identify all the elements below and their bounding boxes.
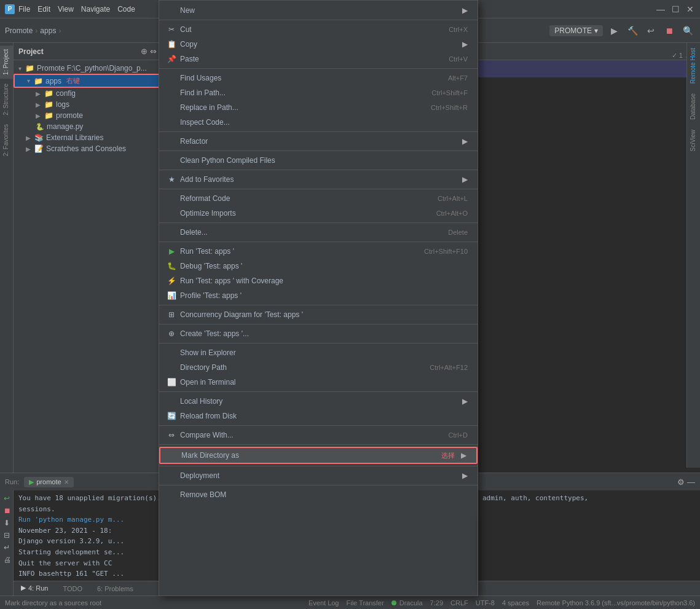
- cm-item-clean-python[interactable]: Clean Python Compiled Files: [159, 153, 478, 168]
- status-branch[interactable]: Dracula: [391, 599, 423, 607]
- sidebar-tab-database[interactable]: Database: [687, 88, 700, 125]
- cm-item-dir-path[interactable]: Directory Path Ctrl+Alt+F12: [159, 360, 478, 375]
- cm-item-concurrency[interactable]: ⊞ Concurrency Diagram for 'Test: apps ': [159, 307, 478, 322]
- status-line-col[interactable]: 7:29: [430, 599, 443, 607]
- cm-item-show-explorer[interactable]: Show in Explorer: [159, 345, 478, 360]
- cm-item-local-history[interactable]: Local History ▶: [159, 394, 478, 409]
- cm-item-paste[interactable]: 📌 Paste Ctrl+V: [159, 52, 478, 66]
- cm-item-compare[interactable]: ⇔ Compare With... Ctrl+D: [159, 428, 478, 442]
- tree-item-root[interactable]: ▾ 📁 Promote F:\C_python\Django_p...: [14, 63, 171, 74]
- status-encoding[interactable]: UTF-8: [476, 599, 495, 607]
- cm-item-debug-test[interactable]: 🐛 Debug 'Test: apps ': [159, 259, 478, 273]
- minimize-button[interactable]: —: [656, 4, 666, 14]
- cm-item-optimize[interactable]: Optimize Imports Ctrl+Alt+O: [159, 206, 478, 221]
- toolbar-right: PROMOTE ▾ ▶ 🔨 ↩ ⏹ 🔍: [549, 23, 695, 38]
- menu-navigate[interactable]: Navigate: [81, 5, 110, 14]
- tree-item-scratches[interactable]: ▶ 📝 Scratches and Consoles: [14, 143, 171, 154]
- bottom-tab-run[interactable]: ▶ 4: Run: [18, 580, 50, 597]
- run-minimize-icon[interactable]: —: [687, 477, 695, 487]
- menu-file[interactable]: File: [18, 5, 30, 14]
- cm-item-delete[interactable]: Delete... Delete: [159, 225, 478, 240]
- tree-item-promote[interactable]: ▶ 📁 promote: [14, 110, 171, 121]
- cm-item-find-usages[interactable]: Find Usages Alt+F7: [159, 71, 478, 85]
- scroll-end-icon[interactable]: ⬇: [2, 517, 10, 528]
- cm-item-copy[interactable]: 📋 Copy ▶: [159, 37, 478, 52]
- cm-item-find-path[interactable]: Find in Path... Ctrl+Shift+F: [159, 85, 478, 100]
- wrap-icon[interactable]: ↵: [2, 542, 10, 553]
- run-tab-close[interactable]: ✕: [64, 479, 69, 485]
- menu-view[interactable]: View: [58, 5, 74, 14]
- cm-item-reload[interactable]: 🔄 Reload from Disk: [159, 409, 478, 423]
- cm-item-mark-dir[interactable]: Mark Directory as 选择 ▶: [159, 447, 478, 464]
- menu-code[interactable]: Code: [117, 5, 135, 14]
- cm-item-new[interactable]: New ▶: [159, 3, 478, 18]
- status-event-log[interactable]: Event Log: [309, 599, 339, 607]
- tree-item-external-libs[interactable]: ▶ 📚 External Libraries: [14, 132, 171, 143]
- cm-item-create-test[interactable]: ⊕ Create 'Test: apps '...: [159, 326, 478, 341]
- sidebar-tab-structure[interactable]: 2: Structure: [0, 80, 13, 119]
- cm-run-test-icon: ▶: [167, 246, 176, 256]
- print-icon[interactable]: 🖨: [2, 554, 10, 565]
- cm-item-replace-path[interactable]: Replace in Path... Ctrl+Shift+R: [159, 100, 478, 115]
- cm-compare-icon: ⇔: [167, 430, 176, 440]
- cm-item-reformat[interactable]: Reformat Code Ctrl+Alt+L: [159, 191, 478, 206]
- stop-icon[interactable]: ⏹: [2, 505, 10, 516]
- tree-item-logs[interactable]: ▶ 📁 logs: [14, 99, 171, 110]
- cm-item-remove-bom[interactable]: Remove BOM: [159, 487, 478, 502]
- cm-run-test-shortcut: Ctrl+Shift+F10: [424, 248, 468, 255]
- cm-deployment-arrow: ▶: [462, 471, 468, 480]
- rerun-icon[interactable]: ↩: [2, 493, 10, 504]
- cm-sep-8: [159, 242, 478, 242]
- cm-item-favorites[interactable]: ★ Add to Favorites ▶: [159, 172, 478, 187]
- tree-item-config[interactable]: ▶ 📁 config: [14, 88, 171, 99]
- window-controls[interactable]: — ☐ ✕: [656, 4, 695, 14]
- cm-item-refactor[interactable]: Refactor ▶: [159, 134, 478, 149]
- tree-item-manage-py[interactable]: 🐍 manage.py: [14, 121, 171, 132]
- status-file-transfer[interactable]: File Transfer: [347, 599, 384, 607]
- status-dot-icon: [391, 600, 396, 605]
- status-crlf[interactable]: CRLF: [450, 599, 468, 607]
- cm-profile-label: Profile 'Test: apps ': [180, 291, 468, 300]
- stop-button[interactable]: ⏹: [662, 23, 677, 38]
- bottom-tab-todo[interactable]: TODO: [60, 580, 85, 597]
- cm-item-cut[interactable]: ✂ Cut Ctrl+X: [159, 22, 478, 37]
- cm-find-path-label: Find in Path...: [180, 88, 428, 97]
- tree-label-logs: logs: [56, 100, 69, 109]
- rerun-button[interactable]: ↩: [643, 23, 658, 38]
- status-indent[interactable]: 4 spaces: [502, 599, 529, 607]
- ext-libs-icon: 📚: [34, 133, 44, 142]
- filter-icon[interactable]: ⊟: [2, 530, 10, 541]
- cm-show-explorer-icon: [167, 348, 176, 358]
- tab-run-icon: ▶: [21, 584, 26, 592]
- panel-sync-icon[interactable]: ⇔: [150, 47, 157, 56]
- cm-paste-icon: 📌: [167, 54, 176, 64]
- cm-item-coverage[interactable]: ⚡ Run 'Test: apps ' with Coverage: [159, 273, 478, 288]
- breadcrumb-apps[interactable]: apps: [40, 26, 56, 35]
- sidebar-tab-sciview[interactable]: SciView: [687, 125, 700, 156]
- cm-item-deployment[interactable]: Deployment ▶: [159, 468, 478, 483]
- build-button[interactable]: 🔨: [625, 23, 640, 38]
- run-config-selector[interactable]: PROMOTE ▾: [549, 25, 603, 36]
- menu-bar[interactable]: File Edit View Navigate Code: [18, 5, 135, 14]
- find-button[interactable]: 🔍: [680, 23, 695, 38]
- tab-run-label: 4: Run: [28, 584, 48, 592]
- cm-item-inspect[interactable]: Inspect Code...: [159, 115, 478, 130]
- menu-edit[interactable]: Edit: [37, 5, 50, 14]
- run-tab[interactable]: ▶ promote ✕: [24, 477, 73, 487]
- cm-optimize-label: Optimize Imports: [180, 209, 433, 218]
- maximize-button[interactable]: ☐: [671, 4, 680, 14]
- tree-item-apps[interactable]: ▾ 📁 apps 右键: [14, 74, 171, 88]
- panel-add-icon[interactable]: ⊕: [141, 47, 147, 56]
- sidebar-tab-remote-host[interactable]: Remote Host: [687, 43, 700, 88]
- cm-item-run-test[interactable]: ▶ Run 'Test: apps ' Ctrl+Shift+F10: [159, 244, 478, 259]
- run-button[interactable]: ▶: [607, 23, 621, 38]
- sidebar-tab-favorites[interactable]: 2: Favorites: [0, 120, 13, 160]
- cm-item-profile[interactable]: 📊 Profile 'Test: apps ': [159, 288, 478, 303]
- close-button[interactable]: ✕: [685, 4, 695, 14]
- cm-item-open-terminal[interactable]: ⬜ Open in Terminal: [159, 375, 478, 390]
- status-python[interactable]: Remote Python 3.6.9 (sft...vs/promote/bi…: [537, 599, 695, 607]
- run-settings-icon[interactable]: ⚙: [677, 477, 685, 487]
- bottom-tab-problems[interactable]: 6: Problems: [95, 580, 136, 597]
- sidebar-tab-project[interactable]: 1: Project: [0, 45, 13, 79]
- breadcrumb-project[interactable]: Promote: [5, 26, 33, 35]
